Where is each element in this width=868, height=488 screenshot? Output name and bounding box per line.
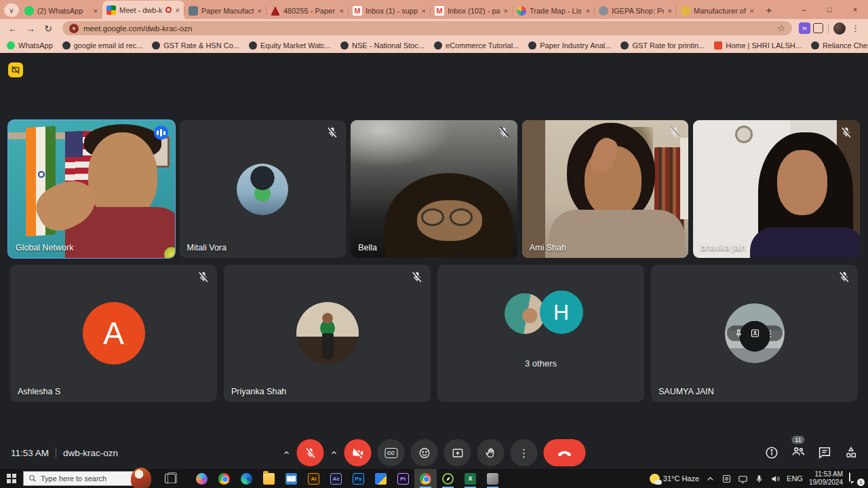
profile-avatar[interactable] [833,22,846,35]
bookmark-paper-industry[interactable]: Paper Industry Anal... [528,41,611,50]
bookmark-whatsapp[interactable]: WhatsApp [7,41,53,50]
bookmark-google-email[interactable]: google email id rec... [62,41,143,50]
close-button[interactable]: × [842,0,868,19]
reactions-button[interactable] [411,439,438,466]
taskbar-app-photoshop[interactable]: Ps [347,469,370,488]
taskbar-app-tile[interactable] [370,469,392,488]
tab-search-button[interactable]: ∨ [4,3,19,17]
browser-menu-button[interactable]: ⋮ [848,23,863,33]
task-view-button[interactable] [159,469,181,488]
raise-hand-button[interactable] [477,439,505,466]
minimize-button[interactable]: – [791,0,816,19]
taskbar-clock[interactable]: 11:53 AM 19/09/2024 [809,470,843,487]
taskbar-app-mail[interactable] [280,469,302,488]
mic-toggle-button[interactable] [297,439,324,466]
language-indicator[interactable]: ENG [787,474,803,483]
chat-panel-icon[interactable] [817,445,832,460]
participant-tile-saumya[interactable]: ⋮ SAUMYA JAIN [651,265,858,402]
cam-options-chevron[interactable] [330,449,338,457]
participant-tile-bella[interactable]: Bella [351,120,517,258]
remove-from-frame-icon[interactable] [750,329,760,339]
tab-close-icon[interactable]: × [585,7,591,15]
taskbar-app-illustrator[interactable]: Ai [302,469,325,488]
tab-inbox-102[interactable]: MInbox (102) - paperk× [431,3,513,19]
tray-expand-chevron[interactable] [705,474,715,484]
action-center-button[interactable]: 1 [849,473,863,484]
taskbar-app-excel[interactable]: X [459,469,481,488]
tab-close-icon[interactable]: × [339,7,344,15]
pin-icon[interactable] [734,329,744,339]
participant-tile-ashlesha[interactable]: A Ashlesha S [10,265,217,402]
tab-close-icon[interactable]: × [175,6,180,14]
tab-close-icon[interactable]: × [93,7,98,15]
tab-close-icon[interactable]: × [667,7,673,15]
bookmark-ecommerce[interactable]: eCommerce Tutorial... [434,41,519,50]
tab-paper-manufacturing[interactable]: Paper Manufacturing× [184,3,267,19]
tab-480255-paper[interactable]: 480255 - Paper & pp× [267,3,349,19]
taskbar-app-notes[interactable] [437,469,459,488]
bookmark-gst-rate-hsn[interactable]: GST Rate & HSN Co... [152,41,239,50]
tile-more-options-icon[interactable]: ⋮ [766,329,776,339]
reload-button[interactable]: ↻ [41,21,56,36]
camera-toggle-button[interactable] [344,439,372,466]
tab-manufacturer[interactable]: Manufacturer of reg× [677,3,759,19]
tab-meet-active[interactable]: Meet - dwb-krac× [102,1,184,19]
tray-volume-icon[interactable] [770,474,781,484]
participant-tile-ami-shah[interactable]: Ami Shah [522,120,689,258]
tab-close-icon[interactable]: × [257,7,262,15]
bookmark-star-icon[interactable]: ☆ [777,23,785,33]
taskbar-app-chrome[interactable] [213,469,235,488]
tray-mic-icon[interactable] [754,474,764,484]
tab-trade-map[interactable]: Trade Map - List of e× [513,3,595,19]
new-tab-button[interactable]: + [762,2,776,17]
bookmark-gst-printing[interactable]: GST Rate for printin... [620,41,705,50]
weather-widget[interactable]: 31°C Haze [650,474,699,484]
taskbar-app-aftereffects[interactable]: Ae [325,469,347,488]
close-icon: × [853,5,857,14]
more-options-button[interactable]: ⋮ [511,439,538,466]
participant-tile-mitali-vora[interactable]: Mitali Vora [180,120,347,258]
taskbar-search-input[interactable]: Type here to search [23,471,137,486]
tab-close-icon[interactable]: × [421,7,427,15]
extension-te-icon[interactable]: te [799,22,810,34]
site-recording-icon: ▾ [69,24,79,33]
tab-igepa-shop[interactable]: IGEPA Shop: Produkt× [595,3,677,19]
address-bar[interactable]: ▾ meet.google.com/dwb-krac-ozn ☆ [62,21,792,35]
present-screen-button[interactable] [444,439,471,466]
extensions-icon[interactable] [813,23,823,33]
tab-close-icon[interactable]: × [749,7,755,15]
meeting-details-icon[interactable] [764,445,779,460]
maximize-button[interactable]: □ [816,0,842,19]
participant-tile-bhavika-jain[interactable]: bhavika jain [693,120,860,258]
people-panel-button[interactable]: 11 [791,444,806,462]
participant-name: Priyanka Shah [231,387,286,396]
taskbar-app-utility[interactable] [481,469,504,488]
captions-button[interactable]: CC [378,439,405,466]
taskbar-app-edge[interactable] [235,469,258,488]
bookmark-nse[interactable]: NSE - National Stoc... [340,41,425,50]
participant-tile-global-network[interactable]: Global Network [8,120,175,258]
back-button[interactable]: ← [5,21,20,36]
taskbar-app-premiere[interactable]: Pr [392,469,414,488]
connection-warning-icon[interactable] [8,62,23,77]
tab-inbox-1[interactable]: MInbox (1) - supply.na× [349,3,431,19]
taskbar-app-copilot[interactable] [191,469,213,488]
leave-call-button[interactable] [544,439,586,466]
start-button[interactable] [0,469,23,488]
bookmark-shri-lalsh[interactable]: Home | SHRI LALSH... [714,41,802,50]
tray-network-icon[interactable] [738,474,748,484]
mic-options-chevron[interactable] [283,449,291,457]
bookmark-equity-market[interactable]: Equity Market Watc... [249,41,331,50]
participant-tile-priyanka[interactable]: Priyanka Shah [224,265,431,402]
tab-close-icon[interactable]: × [503,7,509,15]
tray-app-icon[interactable] [722,474,732,484]
bookmark-reliance[interactable]: Reliance Chemotex I... [811,41,868,50]
tab-whatsapp[interactable]: (2) WhatsApp× [20,3,102,19]
taskbar-app-chrome-active[interactable] [414,469,437,488]
forward-button[interactable]: → [23,21,38,36]
participant-tile-others[interactable]: H 3 others [437,265,644,402]
taskbar-app-explorer[interactable] [258,469,280,488]
activities-icon[interactable] [844,445,859,460]
video-feed [693,120,860,258]
notification-count-badge: 1 [857,478,865,486]
